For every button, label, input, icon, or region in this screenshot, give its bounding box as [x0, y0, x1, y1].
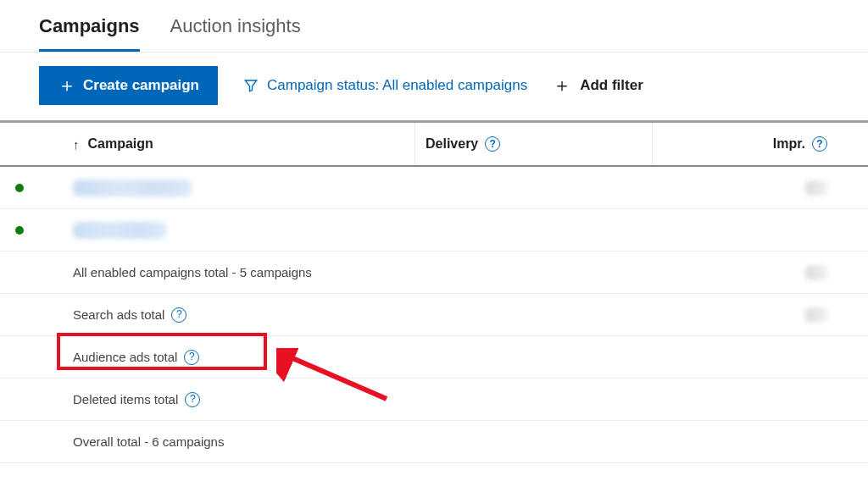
create-campaign-button[interactable]: ＋ Create campaign: [39, 66, 218, 105]
enabled-total-label: All enabled campaigns total - 5 campaign…: [73, 265, 312, 279]
tab-campaigns[interactable]: Campaigns: [39, 15, 140, 52]
status-dot-enabled: [15, 184, 24, 192]
funnel-icon: [243, 78, 259, 93]
row-deleted-total: Deleted items total ?: [0, 379, 868, 421]
help-icon[interactable]: ?: [812, 136, 827, 152]
add-filter-button[interactable]: ＋ Add filter: [553, 76, 643, 95]
add-filter-label: Add filter: [580, 77, 643, 94]
overall-total-label: Overall total - 6 campaigns: [73, 434, 224, 449]
redacted-text: [805, 307, 827, 323]
redacted-text: [805, 180, 827, 196]
status-dot-enabled: [15, 226, 24, 235]
column-delivery[interactable]: Delivery ?: [415, 123, 653, 165]
create-campaign-label: Create campaign: [83, 77, 199, 94]
row-search-total: Search ads total ?: [0, 294, 868, 336]
redacted-text: [805, 265, 827, 280]
column-impr[interactable]: Impr. ?: [653, 123, 868, 165]
help-icon[interactable]: ?: [485, 136, 500, 152]
help-icon[interactable]: ?: [185, 392, 200, 407]
column-campaign[interactable]: ↑ Campaign: [0, 123, 415, 165]
search-total-label: Search ads total: [73, 307, 164, 322]
row-audience-total: Audience ads total ?: [0, 336, 868, 379]
table-header: ↑ Campaign Delivery ? Impr. ?: [0, 123, 868, 167]
deleted-total-label: Deleted items total: [73, 392, 178, 406]
column-campaign-label: Campaign: [88, 136, 153, 152]
campaigns-table: ↑ Campaign Delivery ? Impr. ? All enabl: [0, 120, 868, 463]
tabs-bar: Campaigns Auction insights: [0, 0, 868, 53]
help-icon[interactable]: ?: [171, 307, 186, 323]
column-delivery-label: Delivery: [426, 136, 478, 152]
row-enabled-total: All enabled campaigns total - 5 campaign…: [0, 252, 868, 294]
table-row[interactable]: [0, 167, 868, 209]
row-overall-total: Overall total - 6 campaigns: [0, 421, 868, 463]
campaign-status-filter[interactable]: Campaign status: All enabled campaigns: [243, 77, 527, 94]
toolbar: ＋ Create campaign Campaign status: All e…: [0, 53, 868, 120]
audience-total-label: Audience ads total: [73, 350, 177, 364]
plus-icon: ＋: [553, 76, 571, 95]
campaign-status-label: Campaign status: All enabled campaigns: [267, 77, 527, 94]
sort-asc-icon: ↑: [73, 137, 80, 152]
redacted-text: [73, 180, 192, 196]
redacted-text: [73, 222, 166, 239]
plus-icon: ＋: [58, 76, 76, 95]
tab-auction-insights[interactable]: Auction insights: [170, 15, 301, 52]
help-icon[interactable]: ?: [184, 350, 199, 365]
column-impr-label: Impr.: [773, 136, 805, 152]
table-row[interactable]: [0, 209, 868, 252]
